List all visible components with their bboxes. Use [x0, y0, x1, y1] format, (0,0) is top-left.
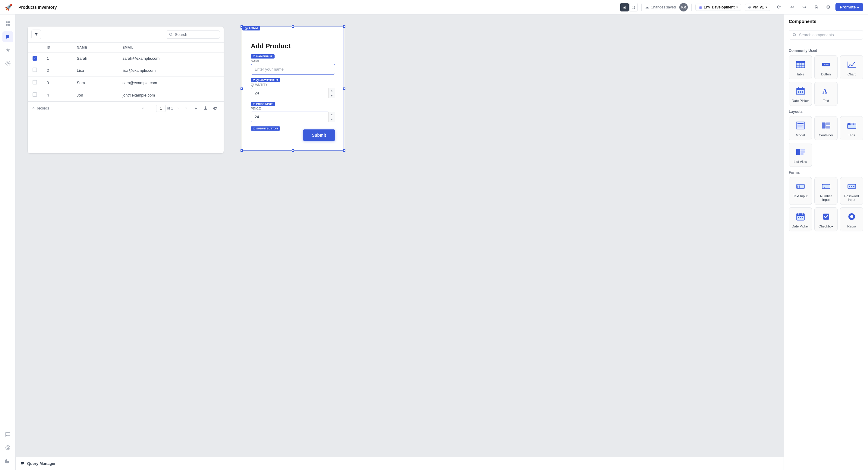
layouts-grid: Modal Container: [789, 116, 863, 167]
settings-button[interactable]: ⚙: [824, 2, 833, 12]
sidebar-item-sparkle[interactable]: [2, 45, 13, 56]
add-row-button[interactable]: +: [192, 105, 199, 112]
quantity-increment[interactable]: ▲: [329, 88, 335, 93]
data-table: ID NAME EMAIL ✓ 1 Sarah sarah@example.co…: [28, 42, 224, 101]
svg-rect-63: [798, 217, 799, 218]
price-spinners: ▲ ▼: [328, 112, 335, 122]
share-button[interactable]: ⎘: [811, 2, 821, 12]
redo-button[interactable]: ↪: [799, 2, 809, 12]
svg-rect-45: [854, 123, 856, 125]
svg-rect-60: [797, 213, 804, 216]
quantity-field: QUANTITYINPUT QUANTITY ▲ ▼: [251, 81, 335, 98]
topbar-actions: ↩ ↪ ⎘ ⚙ Promote »: [787, 2, 863, 12]
component-tabs[interactable]: Tabs: [840, 116, 863, 140]
canvas-area: Search ID NAME EMAIL: [16, 14, 784, 470]
sidebar-item-grid[interactable]: [2, 18, 13, 29]
component-number-input[interactable]: 1— Number Input: [814, 177, 838, 205]
component-text-input[interactable]: T— Text Input: [789, 177, 812, 205]
download-button[interactable]: [202, 105, 209, 112]
svg-rect-48: [801, 151, 805, 153]
component-text[interactable]: A Text: [814, 82, 838, 106]
desktop-view-button[interactable]: ▣: [620, 3, 629, 11]
price-increment[interactable]: ▲: [329, 112, 335, 117]
query-manager-button[interactable]: Query Manager: [21, 461, 56, 466]
page-last-button[interactable]: »: [183, 105, 190, 112]
svg-point-68: [850, 215, 853, 218]
avatar[interactable]: KR: [679, 3, 688, 11]
component-container[interactable]: Container: [814, 116, 838, 140]
name-input[interactable]: [251, 64, 335, 75]
component-checkbox-label: Checkbox: [818, 225, 833, 228]
sidebar-item-bubble[interactable]: [2, 442, 13, 453]
submit-button[interactable]: Submit: [303, 129, 335, 141]
svg-rect-2: [6, 24, 7, 26]
component-listview[interactable]: List View: [789, 143, 812, 167]
component-checkbox[interactable]: Checkbox: [814, 207, 838, 231]
price-input[interactable]: [251, 112, 335, 122]
env-icon: ▦: [699, 5, 702, 9]
component-table[interactable]: Table: [789, 55, 812, 79]
component-modal[interactable]: Modal: [789, 116, 812, 140]
component-chart-label: Chart: [847, 72, 856, 76]
page-input[interactable]: [156, 105, 166, 112]
view-button[interactable]: [212, 105, 219, 112]
page-prev-button[interactable]: ‹: [148, 105, 155, 112]
row-email: sarah@example.com: [118, 53, 224, 64]
button-icon: [820, 59, 832, 70]
component-datepicker[interactable]: Date Picker: [789, 82, 812, 106]
mobile-view-button[interactable]: ▢: [629, 3, 638, 11]
svg-point-6: [7, 447, 9, 448]
cloud-icon: ☁: [645, 5, 649, 9]
component-button[interactable]: Button: [814, 55, 838, 79]
col-header-id: ID: [42, 42, 72, 53]
undo-button[interactable]: ↩: [787, 2, 797, 12]
filter-button[interactable]: [31, 30, 41, 39]
name-field: NAMEINPUT NAME: [251, 57, 335, 75]
page-next-button[interactable]: ›: [174, 105, 181, 112]
right-panel: Components Search components Commonly Us…: [784, 14, 868, 470]
sidebar-item-settings[interactable]: [2, 58, 13, 69]
component-chart[interactable]: Chart: [840, 55, 863, 79]
sidebar-item-bookmark[interactable]: [2, 31, 13, 42]
svg-point-23: [826, 64, 827, 65]
topbar: 🚀 Products Inventory ▣ ▢ ☁ Changes saved…: [0, 0, 868, 14]
svg-point-11: [253, 79, 255, 81]
quantity-input[interactable]: [251, 88, 335, 98]
search-placeholder: Search: [175, 32, 187, 37]
search-components-input[interactable]: Search components: [789, 30, 863, 39]
svg-point-24: [827, 64, 829, 65]
quantity-decrement[interactable]: ▼: [329, 93, 335, 99]
chevron-down-icon: ▾: [736, 5, 738, 9]
row-checkbox[interactable]: ✓: [33, 56, 37, 61]
svg-point-5: [6, 446, 10, 450]
col-header-email: EMAIL: [118, 42, 224, 53]
component-number-input-label: Number Input: [816, 194, 835, 202]
svg-rect-31: [798, 91, 799, 93]
svg-point-13: [253, 127, 255, 129]
price-decrement[interactable]: ▼: [329, 117, 335, 122]
svg-point-10: [253, 56, 255, 57]
row-checkbox[interactable]: [33, 67, 37, 72]
component-form-datepicker[interactable]: Date Picker: [789, 207, 812, 231]
sync-icon-button[interactable]: ⟳: [774, 2, 784, 12]
env-selector[interactable]: ▦ Env Development ▾: [695, 4, 741, 11]
promote-button[interactable]: Promote »: [835, 3, 863, 11]
page-first-button[interactable]: «: [139, 105, 147, 112]
sidebar-item-moon[interactable]: [2, 456, 13, 466]
row-checkbox[interactable]: [33, 80, 37, 85]
component-radio[interactable]: Radio: [840, 207, 863, 231]
component-password-input-label: Password Input: [842, 194, 861, 202]
quantity-field-label: QUANTITY: [251, 83, 335, 87]
row-checkbox-cell: [28, 77, 42, 89]
row-name: Sarah: [72, 53, 118, 64]
main-layout: Search ID NAME EMAIL: [0, 14, 868, 470]
component-password-input[interactable]: Password Input: [840, 177, 863, 205]
sidebar-item-chat[interactable]: [2, 429, 13, 440]
row-checkbox[interactable]: [33, 92, 37, 97]
version-selector[interactable]: ⊕ ver v1 ▾: [745, 4, 770, 11]
datepicker-icon: [795, 85, 807, 97]
svg-point-58: [853, 186, 855, 187]
table-search[interactable]: Search: [166, 30, 220, 39]
view-toggle: ▣ ▢: [620, 3, 638, 11]
row-checkbox-cell: [28, 89, 42, 101]
